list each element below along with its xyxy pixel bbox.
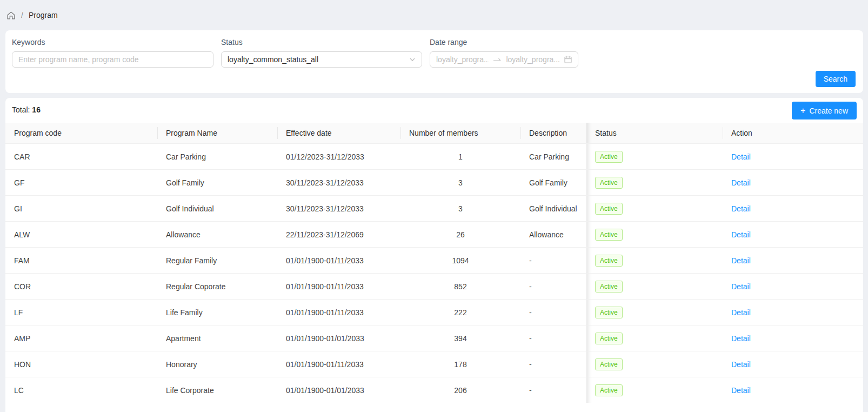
cell-number-of-members: 178 [400,351,520,377]
date-range-end[interactable]: loyalty_progra... [506,55,560,64]
cell-effective-date: 01/01/1900-01/11/2033 [277,351,400,377]
cell-action: Detail [723,248,863,273]
cell-action: Detail [723,377,863,403]
status-label: Status [221,37,422,48]
detail-link[interactable]: Detail [731,230,751,239]
cell-program-code: ALW [5,222,157,247]
cell-program-name: Apartment [157,325,277,351]
create-new-button[interactable]: + Create new [792,102,857,119]
cell-number-of-members: 26 [400,222,520,247]
cell-program-name: Honorary [157,351,277,377]
detail-link[interactable]: Detail [731,386,751,395]
detail-link[interactable]: Detail [731,282,751,291]
cell-effective-date: 01/01/1900-01/11/2033 [277,300,400,325]
cell-effective-date: 01/01/1900-01/01/2033 [277,377,400,403]
cell-action: Detail [723,300,863,325]
breadcrumb-separator: / [21,11,23,19]
cell-program-code: LF [5,300,157,325]
cell-status: Active [586,377,723,403]
cell-number-of-members: 1094 [400,248,520,273]
table-row: LCLife Corporate01/01/1900-01/01/2033206… [5,377,863,403]
status-field: Status loyalty_common_status_all [221,37,422,68]
detail-link[interactable]: Detail [731,308,751,317]
search-button[interactable]: Search [816,71,856,87]
status-select[interactable]: loyalty_common_status_all [221,51,422,68]
detail-link[interactable]: Detail [731,334,751,343]
detail-link[interactable]: Detail [731,204,751,213]
keywords-input[interactable] [12,51,213,68]
cell-number-of-members: 3 [400,196,520,221]
cell-description: Car Parking [520,144,586,169]
cell-effective-date: 22/11/2023-31/12/2069 [277,222,400,247]
status-badge: Active [595,281,623,293]
cell-effective-date: 01/01/1900-01/11/2033 [277,274,400,299]
cell-action: Detail [723,144,863,169]
status-badge: Active [595,255,623,267]
cell-effective-date: 30/11/2023-31/12/2033 [277,170,400,195]
search-button-label: Search [824,75,847,83]
cell-status: Active [586,222,723,247]
cell-description: - [520,325,586,351]
table-row: HONHonorary01/01/1900-01/11/2033178-Acti… [5,351,863,377]
cell-status: Active [586,325,723,351]
detail-link[interactable]: Detail [731,152,751,161]
date-range-picker[interactable]: loyalty_progra... loyalty_progra... [430,51,578,68]
date-range-label: Date range [430,37,578,48]
cell-program-name: Allowance [157,222,277,247]
cell-action: Detail [723,274,863,299]
cell-number-of-members: 394 [400,325,520,351]
cell-effective-date: 01/12/2023-31/12/2033 [277,144,400,169]
table-row: CARCar Parking01/12/2023-31/12/20331Car … [5,143,863,169]
status-badge: Active [595,384,623,396]
table-row: CORRegular Coporate01/01/1900-01/11/2033… [5,273,863,299]
cell-action: Detail [723,351,863,377]
date-range-start[interactable]: loyalty_progra... [436,55,489,64]
breadcrumb-current[interactable]: Program [29,11,58,19]
total-value: 16 [32,105,41,114]
cell-program-code: HON [5,351,157,377]
cell-number-of-members: 222 [400,300,520,325]
status-badge: Active [595,151,623,163]
table-header-row: Program codeProgram NameEffective dateNu… [5,123,863,143]
cell-program-code: FAM [5,248,157,273]
cell-program-code: LC [5,377,157,403]
cell-number-of-members: 1 [400,144,520,169]
column-header-action: Action [723,123,863,143]
arrow-right-icon [493,57,502,62]
column-header-number-of-members: Number of members [400,123,520,143]
cell-program-name: Life Corporate [157,377,277,403]
cell-program-name: Life Family [157,300,277,325]
status-badge: Active [595,333,623,344]
cell-effective-date: 30/11/2023-31/12/2033 [277,196,400,221]
detail-link[interactable]: Detail [731,360,751,369]
cell-description: - [520,377,586,403]
cell-program-name: Car Parking [157,144,277,169]
column-header-effective-date: Effective date [277,123,400,143]
cell-number-of-members: 852 [400,274,520,299]
status-badge: Active [595,229,623,241]
status-badge: Active [595,358,623,370]
detail-link[interactable]: Detail [731,256,751,265]
chevron-down-icon [409,56,416,63]
filter-panel: Keywords Status loyalty_common_status_al… [5,30,863,93]
table-row: GIGolf Individual30/11/2023-31/12/20333G… [5,195,863,221]
cell-status: Active [586,274,723,299]
home-icon[interactable] [6,11,16,20]
detail-link[interactable]: Detail [731,178,751,187]
status-badge: Active [595,203,623,215]
cell-effective-date: 01/01/1900-01/01/2033 [277,325,400,351]
cell-description: - [520,300,586,325]
cell-description: - [520,351,586,377]
table-row: ALWAllowance22/11/2023-31/12/206926Allow… [5,221,863,247]
column-header-program-code: Program code [5,123,157,143]
cell-program-name: Regular Coporate [157,274,277,299]
cell-status: Active [586,170,723,195]
table-row: FAMRegular Family01/01/1900-01/11/203310… [5,247,863,273]
cell-status: Active [586,248,723,273]
keywords-field: Keywords [12,37,213,68]
keywords-label: Keywords [12,37,213,48]
cell-effective-date: 01/01/1900-01/11/2033 [277,248,400,273]
cell-action: Detail [723,196,863,221]
cell-program-code: GF [5,170,157,195]
cell-description: Allowance [520,222,586,247]
